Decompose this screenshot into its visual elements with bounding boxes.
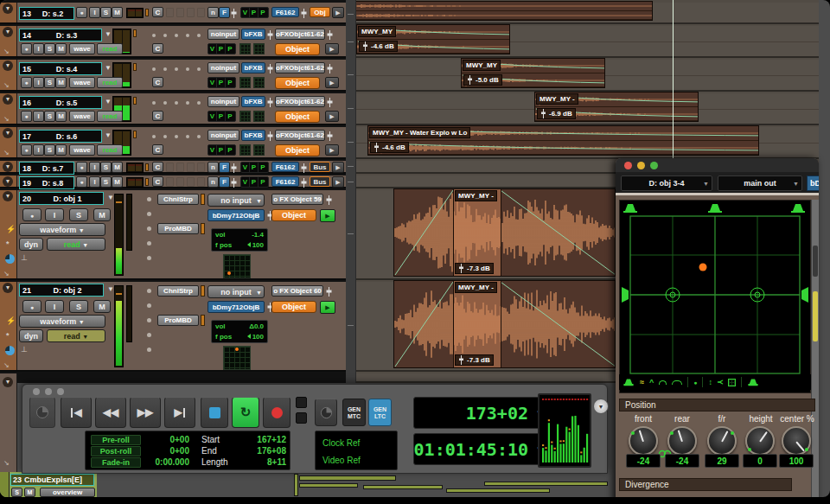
preroll-value[interactable]: 0+00 — [143, 435, 189, 444]
track-name-box[interactable]: 15D: s.4 — [19, 62, 102, 75]
vpp-indicators[interactable]: VPP — [240, 176, 269, 188]
clip-gain-label[interactable]: -7.3 dB — [455, 263, 494, 274]
dyn-button[interactable]: dyn — [19, 329, 43, 342]
record-button[interactable] — [263, 397, 290, 428]
transport-option-box[interactable] — [296, 412, 307, 424]
timecode-counter[interactable]: 01:01:45:10▼ — [413, 433, 546, 465]
pan-grid-mini[interactable] — [239, 144, 251, 156]
preroll-toggle-button[interactable] — [29, 397, 55, 428]
preroll-label[interactable]: Pre-roll — [91, 435, 141, 445]
height-knob[interactable] — [745, 426, 775, 456]
mute-button[interactable]: M — [112, 162, 123, 173]
insert-chnlstrp[interactable]: ChnlStrp — [157, 285, 199, 297]
vpp-indicators[interactable]: VPP — [240, 7, 269, 18]
mute-button[interactable]: M — [55, 43, 67, 54]
audio-clip[interactable]: MWY_MY -5.0 dB — [461, 58, 605, 88]
collapse-icon[interactable]: ▾ — [3, 283, 13, 293]
collapse-icon[interactable]: ▾ — [3, 377, 13, 387]
output-bus-button[interactable]: F6162 — [271, 176, 299, 187]
automation-fader-icon[interactable] — [326, 96, 334, 107]
input-path-button[interactable]: noinput — [208, 62, 239, 73]
dyn-button[interactable]: dyn — [19, 238, 43, 251]
output-path-button[interactable]: bFXB — [241, 62, 265, 73]
input-monitor-button[interactable]: I — [45, 208, 64, 221]
insert-prombd[interactable]: ProMBD — [157, 315, 199, 326]
insert-dot[interactable] — [147, 197, 151, 201]
automation-fader-icon[interactable] — [266, 96, 274, 107]
insert-dot[interactable] — [147, 241, 151, 246]
track-name-box[interactable]: 13D: s.2 — [19, 7, 74, 20]
overview-button[interactable]: overview — [40, 488, 95, 497]
bars-beats-counter[interactable]: 173+02▼ — [413, 397, 546, 429]
expand-arrow-button[interactable]: ▶ — [325, 144, 339, 156]
object-toggle-button[interactable]: Object — [275, 144, 320, 156]
mute-button[interactable]: M — [112, 7, 123, 18]
record-enable-button[interactable] — [21, 77, 32, 88]
output-path-button[interactable]: bFXB — [241, 96, 265, 107]
clip-gain-label[interactable]: -4.6 dB — [359, 41, 398, 52]
clip-gain-label[interactable]: -7.3 dB — [455, 354, 494, 366]
automation-fader-icon[interactable] — [326, 62, 334, 73]
object-toggle-button[interactable]: Object — [275, 43, 320, 55]
automation-fader-icon[interactable] — [300, 162, 308, 173]
fader-group-button[interactable]: F — [219, 7, 230, 18]
expand-arrow-button[interactable]: ▶ — [320, 209, 335, 222]
fx-send-button[interactable]: oFXObjct61-62 — [275, 29, 325, 40]
automation-fader-icon[interactable] — [266, 29, 274, 40]
automation-fader-icon[interactable] — [230, 176, 238, 188]
branch-icon[interactable]: Y — [716, 380, 725, 385]
fx-send-button[interactable]: oFXObjct61-62 — [275, 62, 325, 73]
plugin-output-bus-button[interactable]: bDm — [807, 175, 819, 191]
insert-dot[interactable] — [147, 303, 151, 308]
input-monitor-button[interactable]: I — [33, 144, 44, 156]
fast-forward-button[interactable]: ▶▶ — [130, 397, 161, 428]
plugin-titlebar[interactable] — [616, 158, 819, 172]
window-minimize-icon[interactable] — [637, 162, 645, 169]
comments-button[interactable]: C — [152, 111, 163, 121]
vpp-indicators[interactable]: VPP — [240, 162, 269, 173]
line-tool-icon[interactable]: ^ — [649, 378, 654, 386]
rear-value[interactable]: -24 — [665, 454, 699, 468]
elastic-audio-icon[interactable]: ↘ — [3, 361, 10, 369]
input-monitor-button[interactable]: I — [33, 77, 44, 88]
pan-grid-mini[interactable] — [253, 111, 265, 122]
stop-button[interactable] — [201, 397, 228, 428]
automation-fader-icon[interactable] — [266, 130, 274, 141]
track-name-box[interactable]: 19D: s.8 — [19, 176, 74, 189]
object-audio-clip[interactable]: MWY_MY - -7.3 dB — [393, 280, 616, 368]
marker-icon[interactable]: ⊥ — [21, 345, 28, 354]
input-selector[interactable]: no input ▼ — [208, 194, 265, 207]
fader-group-button[interactable]: F — [219, 176, 230, 188]
expand-arrow-button[interactable]: ▶ — [320, 301, 335, 314]
mute-button[interactable]: M — [112, 176, 123, 188]
record-enable-button[interactable] — [22, 300, 42, 313]
edit-scrollbar[interactable] — [811, 200, 819, 497]
vpp-indicators[interactable]: VPP — [208, 43, 236, 54]
start-value[interactable]: 167+12 — [234, 435, 286, 444]
fr-knob[interactable] — [707, 426, 737, 456]
arc-tool-icon[interactable] — [659, 380, 667, 385]
return-to-zero-button[interactable]: ◀ — [61, 397, 92, 428]
pan-grid-mini[interactable] — [253, 77, 265, 88]
automation-mode-button[interactable]: read — [97, 77, 123, 88]
input-selector[interactable]: no input ▼ — [208, 285, 265, 298]
comments-button[interactable]: C — [152, 144, 163, 155]
audio-clip[interactable]: MWY_MY -4.6 dB — [356, 24, 510, 54]
postroll-label[interactable]: Post-roll — [91, 446, 141, 456]
mute-button[interactable]: M — [55, 111, 67, 122]
track-view-selector[interactable]: waveform ▼ — [19, 315, 105, 328]
automation-fader-icon[interactable] — [325, 194, 333, 205]
mute-button[interactable]: M — [24, 488, 35, 497]
track-name-box[interactable]: 21D: obj 2 — [19, 284, 104, 297]
fadein-value[interactable]: 0:00.000 — [143, 457, 189, 467]
comments-button[interactable]: C — [152, 176, 163, 187]
insert-dot[interactable] — [147, 318, 151, 322]
mute-button[interactable]: M — [55, 144, 67, 156]
collapse-icon[interactable]: ▾ — [3, 191, 13, 201]
go-to-end-button[interactable]: ▶ — [164, 397, 195, 428]
automation-fader-icon[interactable] — [325, 285, 333, 297]
vertical-constraint-icon[interactable]: ↕ — [708, 378, 712, 386]
transport-collapse-button[interactable]: ▼ — [593, 399, 609, 414]
track-view-button[interactable]: wave — [69, 144, 95, 156]
automation-fader-icon[interactable] — [266, 62, 274, 73]
